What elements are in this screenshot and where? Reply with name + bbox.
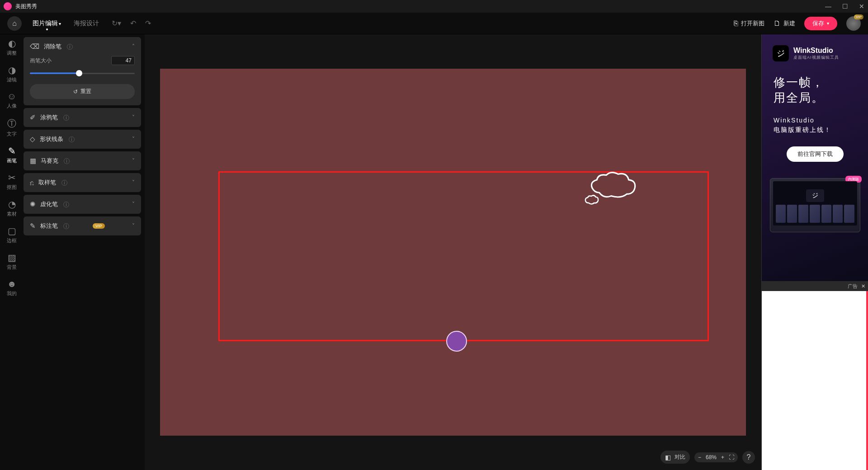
background-icon: ▨ xyxy=(8,252,16,263)
history-dropdown-icon[interactable]: ↻▾ xyxy=(112,19,121,28)
save-button[interactable]: 保存 ▾ xyxy=(804,17,837,30)
window-minimize[interactable]: — xyxy=(825,3,831,10)
tool-annotate[interactable]: ✎标注笔iVIP˅ xyxy=(24,216,141,235)
filter-icon: ◑ xyxy=(8,65,16,75)
material-icon: ◔ xyxy=(8,199,16,210)
zoom-controls: − 68% + ⛶ xyxy=(694,452,738,462)
adjust-icon: ◐ xyxy=(8,38,16,49)
reset-button[interactable]: ↺ 重置 xyxy=(30,84,135,99)
home-button[interactable]: ⌂ xyxy=(7,16,22,31)
ad-banner[interactable]: ジ WinkStudio 桌面端AI视频编辑工具 修一帧， 用全局。 WinkS… xyxy=(762,34,868,291)
stamp-icon: ⎌ xyxy=(30,179,34,187)
compare-button[interactable]: ◧ 对比 xyxy=(660,451,690,464)
ad-brand-sub: 桌面端AI视频编辑工具 xyxy=(793,55,839,61)
open-image-icon: ⎘ xyxy=(734,19,738,28)
chevron-down-icon: ˅ xyxy=(132,136,135,142)
canvas[interactable] xyxy=(160,69,746,436)
ad-screen-face-icon: ジ xyxy=(806,189,824,202)
slider-thumb[interactable] xyxy=(76,70,82,76)
fit-screen-button[interactable]: ⛶ xyxy=(729,454,734,461)
redo-icon[interactable]: ↷ xyxy=(145,19,151,28)
rail-material[interactable]: ◔素材 xyxy=(7,199,17,217)
info-icon[interactable]: i xyxy=(63,115,69,121)
chevron-down-icon: ˅ xyxy=(132,223,135,229)
brush-size-label: 画笔大小 xyxy=(30,57,52,65)
rail-text-label: 文字 xyxy=(7,131,17,137)
help-button[interactable]: ? xyxy=(742,451,755,464)
tool-annotate-title: 标注笔 xyxy=(40,222,58,230)
tool-sample[interactable]: ⎌取样笔i˅ xyxy=(24,173,141,192)
info-icon[interactable]: i xyxy=(63,223,69,229)
info-icon[interactable]: i xyxy=(69,136,75,142)
ad-sub-1: WinkStudio xyxy=(774,116,861,125)
rail-portrait[interactable]: ☺人像 xyxy=(7,91,17,109)
tool-shape-title: 形状线条 xyxy=(40,135,63,143)
zoom-out-button[interactable]: − xyxy=(698,454,701,461)
rail-cutout[interactable]: ✂抠图 xyxy=(7,172,17,191)
tab-poster-design[interactable]: 海报设计 xyxy=(74,19,99,28)
tool-blur-title: 虚化笔 xyxy=(40,200,58,208)
rail-filter-label: 滤镜 xyxy=(7,76,17,83)
rail-frame[interactable]: ▢边框 xyxy=(7,226,17,244)
window-close[interactable]: ✕ xyxy=(859,3,864,10)
tool-shape[interactable]: ◇形状线条i˅ xyxy=(24,130,141,149)
eraser-icon: ⌫ xyxy=(30,42,39,51)
tool-doodle[interactable]: ✐涂鸦笔i˅ xyxy=(24,108,141,127)
zoom-in-button[interactable]: + xyxy=(721,454,724,461)
open-new-image-button[interactable]: ⎘ 打开新图 xyxy=(734,19,764,28)
info-icon[interactable]: i xyxy=(61,180,67,186)
rail-filter[interactable]: ◑滤镜 xyxy=(7,65,17,83)
right-blank-area xyxy=(762,291,868,470)
text-icon: Ⓣ xyxy=(7,118,16,130)
new-button-label: 新建 xyxy=(783,19,795,28)
rail-brush-label: 画笔 xyxy=(7,157,17,164)
rail-adjust-label: 调整 xyxy=(7,50,17,56)
rail-mine[interactable]: ☻我的 xyxy=(7,279,17,297)
home-icon: ⌂ xyxy=(12,19,17,28)
shape-icon: ◇ xyxy=(30,135,35,143)
app-logo xyxy=(4,2,12,10)
brush-size-slider[interactable] xyxy=(30,69,135,78)
chevron-down-icon: ▾ xyxy=(59,21,61,26)
rail-mine-label: 我的 xyxy=(7,290,17,297)
user-avatar[interactable]: VIP xyxy=(846,16,861,31)
window-maximize[interactable]: ☐ xyxy=(842,3,848,10)
cloud-annotation[interactable] xyxy=(580,169,639,216)
blur-icon: ✺ xyxy=(30,200,36,208)
tool-blur[interactable]: ✺虚化笔i˅ xyxy=(24,195,141,214)
tool-eraser-header[interactable]: ⌫ 消除笔 i ˄ xyxy=(24,37,141,56)
user-icon: ☻ xyxy=(7,279,16,289)
rail-brush[interactable]: ✎画笔 xyxy=(7,146,17,164)
chevron-up-icon: ˄ xyxy=(132,43,135,50)
frame-icon: ▢ xyxy=(8,226,16,236)
reset-icon: ↺ xyxy=(73,89,78,95)
app-name: 美图秀秀 xyxy=(15,3,37,10)
chevron-down-icon: ˅ xyxy=(132,201,135,207)
ad-headline-2: 用全局。 xyxy=(774,90,861,106)
undo-icon[interactable]: ↶ xyxy=(130,19,136,28)
new-button[interactable]: 🗋 新建 xyxy=(774,19,795,28)
rail-adjust[interactable]: ◐调整 xyxy=(7,38,17,56)
winkstudio-logo-icon: ジ xyxy=(773,45,789,61)
ad-close-button[interactable]: ✕ xyxy=(861,283,865,289)
brush-size-input[interactable] xyxy=(111,56,135,65)
tool-mosaic[interactable]: ▦马赛克i˅ xyxy=(24,151,141,170)
vip-badge: VIP xyxy=(93,223,105,229)
rail-background[interactable]: ▨背景 xyxy=(7,252,17,271)
cutout-icon: ✂ xyxy=(8,172,16,183)
left-tool-rail: ◐调整 ◑滤镜 ☺人像 Ⓣ文字 ✎画笔 ✂抠图 ◔素材 ▢边框 ▨背景 ☻我的 xyxy=(0,34,24,470)
tool-sample-title: 取样笔 xyxy=(38,179,56,187)
brush-icon: ✎ xyxy=(8,146,16,156)
ad-device-mockup: 内测版 ジ xyxy=(770,178,860,232)
tool-mosaic-title: 马赛克 xyxy=(41,157,58,165)
tool-eraser: ⌫ 消除笔 i ˄ 画笔大小 ↺ 重置 xyxy=(24,37,141,105)
circle-annotation[interactable] xyxy=(446,331,467,352)
info-icon[interactable]: i xyxy=(63,202,69,207)
tab-photo-edit[interactable]: 图片编辑▾ xyxy=(33,19,61,28)
tool-eraser-title: 消除笔 xyxy=(44,42,61,51)
chevron-down-icon: ▾ xyxy=(827,21,829,26)
info-icon[interactable]: i xyxy=(64,158,70,164)
rail-text[interactable]: Ⓣ文字 xyxy=(7,118,17,137)
ad-cta-button[interactable]: 前往官网下载 xyxy=(787,146,844,162)
info-icon[interactable]: i xyxy=(67,44,73,50)
